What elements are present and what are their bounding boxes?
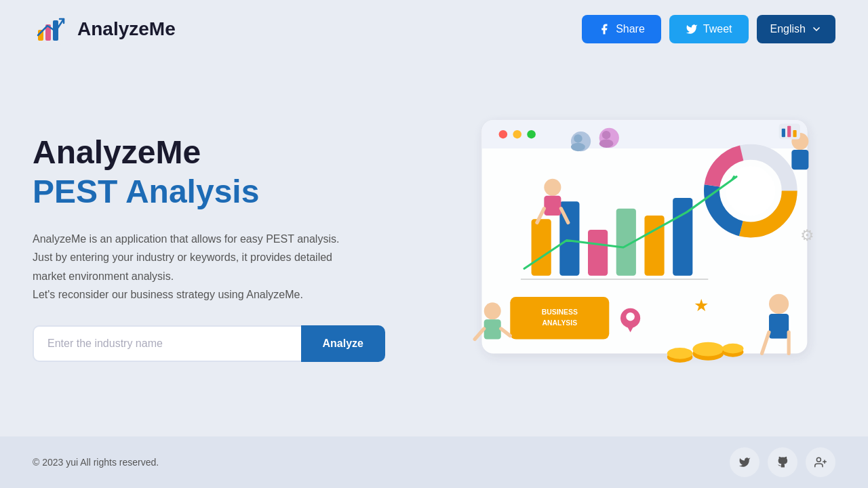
hero-description: AnalyzeMe is an application that allows … bbox=[33, 230, 439, 304]
svg-point-56 bbox=[574, 134, 583, 143]
footer: © 2023 yui All rights reserved. bbox=[0, 436, 868, 488]
analyze-button[interactable]: Analyze bbox=[301, 325, 385, 362]
facebook-icon bbox=[598, 23, 610, 35]
header-buttons: Share Tweet English bbox=[582, 15, 835, 43]
twitter-icon bbox=[686, 23, 698, 35]
svg-rect-54 bbox=[793, 130, 796, 137]
svg-point-29 bbox=[667, 348, 693, 359]
svg-point-14 bbox=[726, 166, 775, 216]
language-button[interactable]: English bbox=[757, 15, 835, 43]
svg-point-60 bbox=[599, 139, 614, 148]
svg-rect-33 bbox=[544, 196, 561, 216]
svg-rect-37 bbox=[769, 314, 789, 339]
share-button[interactable]: Share bbox=[582, 15, 661, 43]
twitter-footer-icon bbox=[738, 456, 751, 468]
chevron-down-icon bbox=[811, 24, 822, 35]
svg-text:ANALYSIS: ANALYSIS bbox=[542, 319, 577, 327]
svg-point-9 bbox=[527, 130, 536, 139]
svg-rect-19 bbox=[644, 216, 664, 276]
twitter-footer-button[interactable] bbox=[730, 447, 760, 477]
logo-text: AnalyzeMe bbox=[77, 18, 176, 40]
svg-point-7 bbox=[499, 130, 508, 139]
hero-subtitle: PEST Analysis bbox=[33, 172, 439, 211]
svg-rect-52 bbox=[782, 129, 785, 138]
github-footer-button[interactable] bbox=[768, 447, 797, 477]
github-footer-icon bbox=[776, 456, 789, 468]
footer-icons bbox=[730, 447, 835, 477]
svg-rect-41 bbox=[484, 319, 501, 339]
svg-rect-53 bbox=[787, 126, 791, 138]
svg-point-31 bbox=[722, 344, 743, 354]
svg-point-48 bbox=[626, 312, 635, 321]
logo-area: AnalyzeMe bbox=[33, 11, 176, 47]
svg-text:⚙: ⚙ bbox=[800, 226, 814, 244]
svg-point-32 bbox=[544, 179, 561, 196]
left-section: AnalyzeMe PEST Analysis AnalyzeMe is an … bbox=[33, 133, 439, 362]
svg-point-27 bbox=[692, 342, 724, 357]
industry-input[interactable] bbox=[33, 325, 301, 362]
svg-point-61 bbox=[816, 458, 821, 462]
search-area: Analyze bbox=[33, 325, 385, 362]
svg-rect-15 bbox=[532, 219, 551, 275]
svg-point-36 bbox=[769, 294, 789, 314]
illustration-svg: BUSINESS ANALYSIS bbox=[439, 99, 835, 396]
user-add-footer-icon bbox=[814, 456, 827, 468]
svg-text:BUSINESS: BUSINESS bbox=[542, 308, 578, 316]
hero-title: AnalyzeMe bbox=[33, 133, 439, 172]
main-content: AnalyzeMe PEST Analysis AnalyzeMe is an … bbox=[0, 58, 868, 436]
svg-rect-45 bbox=[791, 150, 808, 169]
svg-text:★: ★ bbox=[694, 296, 709, 314]
svg-rect-17 bbox=[588, 230, 608, 276]
svg-point-57 bbox=[571, 143, 585, 152]
svg-point-40 bbox=[484, 302, 501, 319]
svg-rect-23 bbox=[510, 297, 609, 340]
user-add-footer-button[interactable] bbox=[806, 447, 835, 477]
tweet-button[interactable]: Tweet bbox=[669, 15, 749, 43]
svg-point-8 bbox=[513, 130, 521, 139]
header: AnalyzeMe Share Tweet English bbox=[0, 0, 868, 58]
right-illustration: BUSINESS ANALYSIS bbox=[439, 105, 835, 390]
logo-icon bbox=[33, 11, 69, 47]
svg-point-59 bbox=[602, 131, 611, 140]
footer-copyright: © 2023 yui All rights reserved. bbox=[33, 457, 159, 468]
